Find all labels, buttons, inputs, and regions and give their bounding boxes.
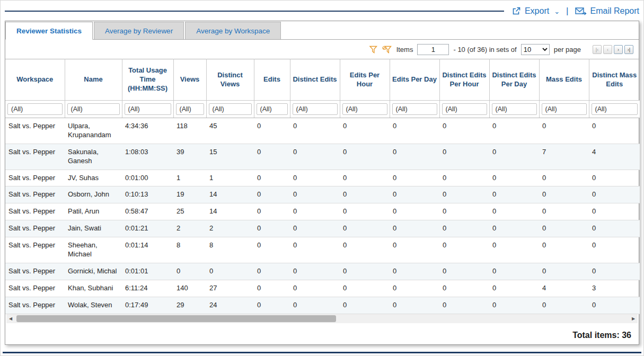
table-cell: Sakunala, Ganesh xyxy=(65,144,122,170)
pagination-last-button[interactable]: ›| xyxy=(624,45,633,54)
table-cell: Salt vs. Pepper xyxy=(5,237,65,263)
table-cell: 0 xyxy=(589,118,640,144)
table-cell: 0 xyxy=(254,144,290,170)
table-row[interactable]: Salt vs. PepperJain, Swati0:01:212200000… xyxy=(5,220,640,237)
column-header-mass_edits[interactable]: Mass Edits xyxy=(539,59,589,101)
export-icon xyxy=(511,6,521,16)
filter-dropdown-views[interactable]: (All) xyxy=(176,103,204,115)
filter-icon[interactable] xyxy=(369,46,378,54)
scroll-left-arrow[interactable]: ◀ xyxy=(6,314,15,323)
items-label: Items xyxy=(396,46,413,54)
table-cell: 0 xyxy=(439,280,489,297)
table-row[interactable]: Salt vs. PepperJV, Suhas0:01:00110000000… xyxy=(5,170,640,186)
table-cell: 0 xyxy=(439,220,489,237)
table-cell: 0 xyxy=(254,297,290,314)
filter-dropdown-edits_per_hour[interactable]: (All) xyxy=(342,103,387,115)
column-header-distinct_edits_per_hour[interactable]: Distinct Edits Per Hour xyxy=(439,59,489,101)
table-cell: 0 xyxy=(439,203,489,220)
filter-dropdown-distinct_views[interactable]: (All) xyxy=(209,103,252,115)
table-cell: 0 xyxy=(206,263,254,280)
tab-average-by-workspace[interactable]: Average by Workspace xyxy=(185,22,281,39)
table-cell: 0 xyxy=(173,263,206,280)
table-cell: 0 xyxy=(340,280,390,297)
column-header-views[interactable]: Views xyxy=(173,59,206,101)
table-cell: 0 xyxy=(390,186,439,203)
pagination-next-button[interactable]: › xyxy=(614,45,623,54)
page-start-input[interactable] xyxy=(417,44,449,55)
table-row[interactable]: Salt vs. PepperGornicki, Michal0:01:0100… xyxy=(5,263,640,280)
filter-cell: (All) xyxy=(173,101,206,118)
table-cell: 0:58:47 xyxy=(122,203,173,220)
column-header-total_usage_time[interactable]: Total Usage Time (HH:MM:SS) xyxy=(122,59,173,101)
column-header-workspace[interactable]: Workspace xyxy=(5,59,65,101)
column-header-distinct_edits[interactable]: Distinct Edits xyxy=(290,59,340,101)
list-toolbar: Items - 10 (of 36) in sets of 10 per pag… xyxy=(5,40,639,59)
filter-dropdown-total_usage_time[interactable]: (All) xyxy=(125,103,171,115)
table-cell: 0 xyxy=(254,237,290,263)
pagination-prev-button[interactable]: ‹ xyxy=(603,45,612,54)
table-cell: 0 xyxy=(390,263,439,280)
column-header-edits[interactable]: Edits xyxy=(254,59,290,101)
clear-filter-icon[interactable] xyxy=(382,46,392,54)
filter-dropdown-distinct_edits_per_day[interactable]: (All) xyxy=(492,103,537,115)
column-header-distinct_mass_edits[interactable]: Distinct Mass Edits xyxy=(589,59,640,101)
filter-dropdown-mass_edits[interactable]: (All) xyxy=(542,103,587,115)
table-cell: 0 xyxy=(589,203,640,220)
table-cell: 0:01:14 xyxy=(122,237,173,263)
filter-dropdown-workspace[interactable]: (All) xyxy=(7,103,63,115)
table-cell: 1 xyxy=(206,170,254,186)
table-row[interactable]: Salt vs. PepperKhan, Subhani6:11:2414027… xyxy=(5,280,640,297)
pagination-controls: |‹ ‹ › ›| xyxy=(593,45,633,54)
table-cell: 0 xyxy=(489,118,539,144)
filter-dropdown-distinct_edits[interactable]: (All) xyxy=(293,103,338,115)
reviewer-statistics-page: Export ⌄ | Email Report Reviewer Statist… xyxy=(0,0,644,356)
column-header-edits_per_hour[interactable]: Edits Per Hour xyxy=(340,59,390,101)
filter-cell: (All) xyxy=(206,101,254,118)
table-cell: 0 xyxy=(340,237,390,263)
table-row[interactable]: Salt vs. PepperSheehan, Michael0:01:1488… xyxy=(5,237,640,263)
table-cell: 0 xyxy=(489,144,539,170)
table-row[interactable]: Salt vs. PepperUlpara, Krupanandam4:34:3… xyxy=(5,118,640,144)
page-size-select[interactable]: 10 xyxy=(521,44,550,55)
filter-dropdown-distinct_mass_edits[interactable]: (All) xyxy=(592,103,638,115)
table-row[interactable]: Salt vs. PepperOsborn, John0:10:13191400… xyxy=(5,186,640,203)
filter-dropdown-distinct_edits_per_hour[interactable]: (All) xyxy=(442,103,487,115)
table-cell: Salt vs. Pepper xyxy=(5,280,65,297)
export-button[interactable]: Export ⌄ xyxy=(511,6,560,16)
filter-dropdown-name[interactable]: (All) xyxy=(67,103,120,115)
table-cell: 0 xyxy=(489,203,539,220)
table-cell: 29 xyxy=(173,297,206,314)
table-row[interactable]: Salt vs. PepperPatil, Arun0:58:472514000… xyxy=(5,203,640,220)
table-cell: 4 xyxy=(589,144,640,170)
column-header-distinct_views[interactable]: Distinct Views xyxy=(206,59,254,101)
table-cell: Wolak, Steven xyxy=(65,297,122,314)
filter-cell: (All) xyxy=(589,101,640,118)
table-cell: 0 xyxy=(390,118,439,144)
table-row[interactable]: Salt vs. PepperSakunala, Ganesh1:08:0339… xyxy=(5,144,640,170)
column-header-distinct_edits_per_day[interactable]: Distinct Edits Per Day xyxy=(489,59,539,101)
column-header-name[interactable]: Name xyxy=(65,59,122,101)
table-cell: Jain, Swati xyxy=(65,220,122,237)
pagination-first-button[interactable]: |‹ xyxy=(593,45,602,54)
table-row[interactable]: Salt vs. PepperWolak, Steven0:17:4929240… xyxy=(5,297,640,314)
table-cell: 7 xyxy=(539,144,589,170)
email-icon xyxy=(575,7,587,15)
tab-reviewer-statistics[interactable]: Reviewer Statistics xyxy=(5,22,93,40)
table-cell: 0 xyxy=(439,186,489,203)
table-cell: 0 xyxy=(290,297,340,314)
table-cell: 0 xyxy=(340,144,390,170)
scroll-right-arrow[interactable]: ▶ xyxy=(629,314,638,323)
filter-dropdown-edits_per_day[interactable]: (All) xyxy=(392,103,437,115)
column-header-edits_per_day[interactable]: Edits Per Day xyxy=(390,59,439,101)
scrollbar-track[interactable] xyxy=(15,314,629,323)
table-cell: Osborn, John xyxy=(65,186,122,203)
table-cell: 14 xyxy=(206,186,254,203)
table-cell: 4:34:36 xyxy=(122,118,173,144)
filter-dropdown-edits[interactable]: (All) xyxy=(257,103,288,115)
table-cell: 0 xyxy=(254,263,290,280)
scrollbar-thumb[interactable] xyxy=(16,315,336,322)
email-report-button[interactable]: Email Report xyxy=(575,6,639,16)
tab-average-by-reviewer[interactable]: Average by Reviewer xyxy=(94,22,184,39)
table-cell: 0 xyxy=(439,263,489,280)
table-cell: 0 xyxy=(254,203,290,220)
